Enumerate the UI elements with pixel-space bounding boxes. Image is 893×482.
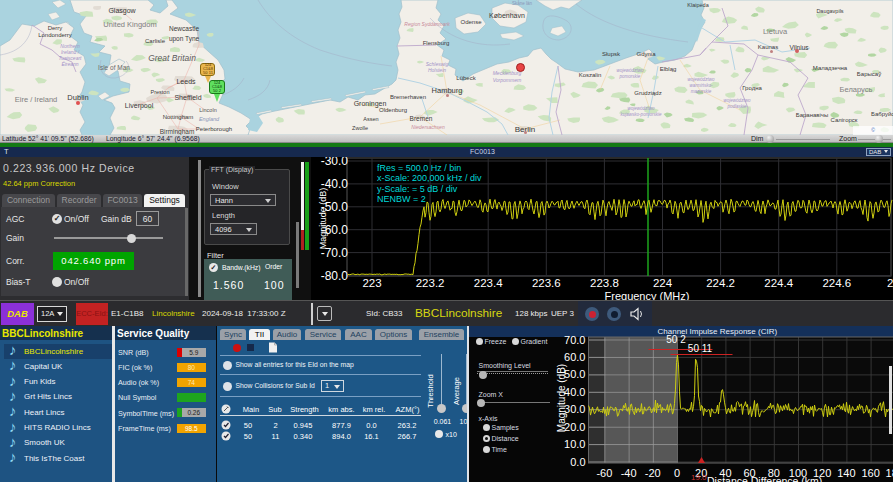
svg-text:Magnitude (dB): Magnitude (dB) [318, 188, 328, 250]
svg-text:Threshold: Threshold [427, 374, 435, 407]
svg-text:Average: Average [453, 377, 461, 405]
